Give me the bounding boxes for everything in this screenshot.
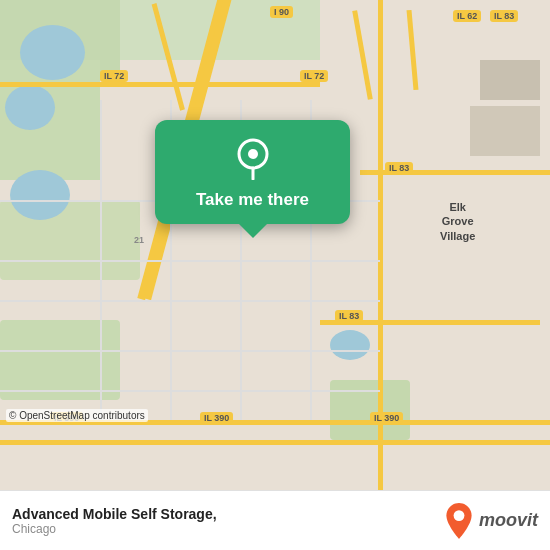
road-label-il83-mid: IL 83 (385, 162, 413, 174)
place-name: Advanced Mobile Self Storage, (12, 506, 445, 522)
road-label-il62: IL 62 (453, 10, 481, 22)
road-label-il390-mid: IL 390 (200, 412, 233, 424)
road-label-il83-top: IL 83 (490, 10, 518, 22)
location-pin-icon (231, 136, 275, 180)
moovit-logo: moovit (445, 503, 538, 539)
map-view: I 90 IL 72 IL 72 IL 62 IL 83 IL 83 IL 83… (0, 0, 550, 490)
road-label-21: 21 (130, 234, 148, 246)
road-label-i90: I 90 (270, 6, 293, 18)
road-label-il83-low: IL 83 (335, 310, 363, 322)
take-me-there-button[interactable]: Take me there (155, 120, 350, 224)
road-label-il72-left: IL 72 (100, 70, 128, 82)
bottom-bar: Advanced Mobile Self Storage, Chicago mo… (0, 490, 550, 550)
take-me-there-label: Take me there (196, 190, 309, 210)
road-label-il390-right: IL 390 (370, 412, 403, 424)
place-info: Advanced Mobile Self Storage, Chicago (12, 506, 445, 536)
place-city: Chicago (12, 522, 445, 536)
moovit-pin-icon (445, 503, 473, 539)
city-label: ElkGroveVillage (440, 200, 475, 243)
svg-point-3 (454, 510, 465, 521)
road-label-il72-right: IL 72 (300, 70, 328, 82)
svg-point-1 (248, 149, 258, 159)
moovit-brand-text: moovit (479, 510, 538, 531)
osm-attribution: © OpenStreetMap contributors (6, 409, 148, 422)
